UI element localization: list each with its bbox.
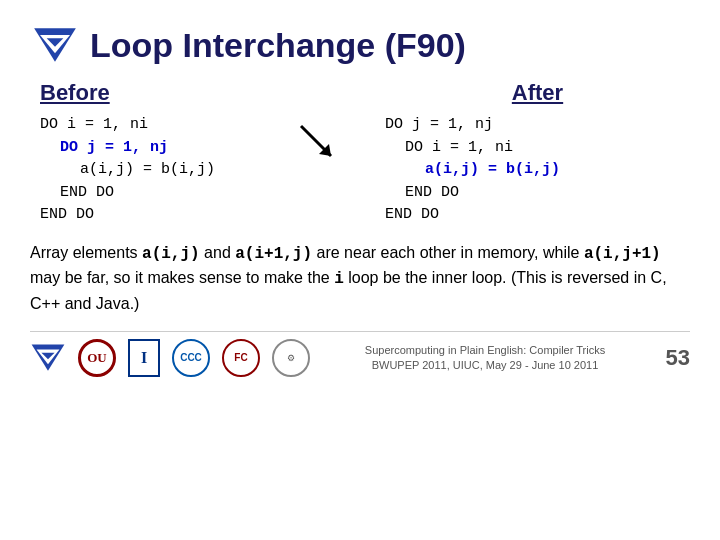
footer-logo-ou: OU: [78, 339, 116, 377]
before-code-block: DO i = 1, ni DO j = 1, nj a(i,j) = b(i,j…: [40, 114, 345, 227]
after-code-line-3: a(i,j) = b(i,j): [385, 159, 690, 182]
diagonal-arrow: [297, 122, 335, 174]
code-ref-4: i: [334, 270, 344, 288]
after-column: After DO j = 1, nj DO i = 1, ni a(i,j) =…: [365, 80, 690, 227]
slide-title: Loop Interchange (F90): [90, 26, 690, 65]
description: Array elements a(i,j) and a(i+1,j) are n…: [30, 241, 690, 317]
code-ref-1: a(i,j): [142, 245, 200, 263]
footer-logo-fc: FC: [222, 339, 260, 377]
main-content: Before DO i = 1, ni DO j = 1, nj a(i,j) …: [30, 80, 690, 227]
footer-logo-triangle: [30, 338, 66, 378]
footer-text-line2: BWUPEP 2011, UIUC, May 29 - June 10 2011: [372, 359, 599, 371]
before-code-line-5: END DO: [40, 204, 345, 227]
footer-center-text: Supercomputing in Plain English: Compile…: [310, 343, 660, 374]
after-code-line-1: DO j = 1, nj: [385, 114, 690, 137]
slide: Loop Interchange (F90) Before DO i = 1, …: [0, 0, 720, 540]
after-code-line-5: END DO: [385, 204, 690, 227]
header: Loop Interchange (F90): [30, 20, 690, 70]
before-code-line-4: END DO: [40, 182, 345, 205]
before-column: Before DO i = 1, ni DO j = 1, nj a(i,j) …: [30, 80, 345, 227]
before-heading: Before: [40, 80, 345, 106]
footer-logo-circle: ⚙: [272, 339, 310, 377]
footer-logos: OU I CCC FC ⚙: [30, 338, 310, 378]
after-heading: After: [385, 80, 690, 106]
title-area: Loop Interchange (F90): [80, 26, 690, 65]
page-number: 53: [660, 345, 690, 371]
footer-logo-ccc: CCC: [172, 339, 210, 377]
after-code-line-4: END DO: [385, 182, 690, 205]
after-code-block: DO j = 1, nj DO i = 1, ni a(i,j) = b(i,j…: [385, 114, 690, 227]
code-ref-2: a(i+1,j): [235, 245, 312, 263]
footer-logo-i: I: [128, 339, 160, 377]
footer: OU I CCC FC ⚙ Supercomputing in Plain En…: [30, 331, 690, 378]
footer-text-line1: Supercomputing in Plain English: Compile…: [365, 344, 605, 356]
code-ref-3: a(i,j+1): [584, 245, 661, 263]
after-code-line-2: DO i = 1, ni: [385, 137, 690, 160]
header-logo: [30, 20, 80, 70]
